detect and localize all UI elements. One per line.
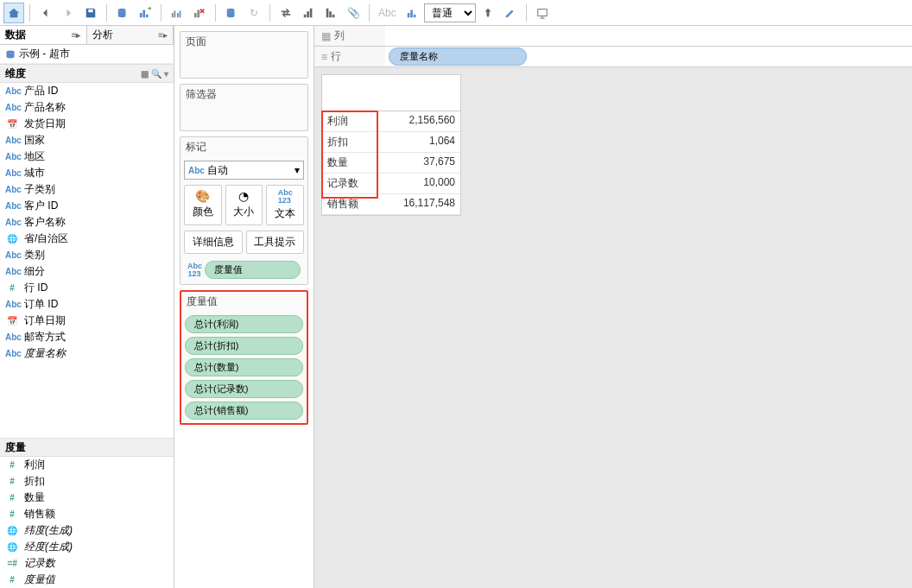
svg-rect-3 xyxy=(146,14,149,17)
measure-value-pill[interactable]: 总计(折扣) xyxy=(185,337,303,355)
pages-drop[interactable] xyxy=(180,52,307,78)
viz-key: 数量 xyxy=(322,153,376,173)
svg-rect-9 xyxy=(194,13,197,17)
mark-detail[interactable]: 详细信息 xyxy=(184,231,243,254)
measure-field[interactable]: #数量 xyxy=(0,490,174,506)
measure-value-pill[interactable]: 总计(销售额) xyxy=(185,401,303,420)
measure-field[interactable]: #折扣 xyxy=(0,473,174,490)
dimension-field[interactable]: 🌐省/自治区 xyxy=(0,231,174,247)
marks-card: 标记 Abc 自动 ▾ 🎨 颜色 ◔ 大小 xyxy=(180,136,308,285)
datasource-button[interactable] xyxy=(221,3,242,23)
sort-desc-icon xyxy=(325,7,337,19)
field-label: 折扣 xyxy=(24,474,45,489)
datasource-row[interactable]: 示例 - 超市 xyxy=(0,45,174,64)
sort-asc-icon xyxy=(302,7,314,19)
tab-menu-icon[interactable]: ≡▸ xyxy=(72,30,81,40)
save-button[interactable] xyxy=(80,3,101,23)
measure-value-pill[interactable]: 总计(利润) xyxy=(185,315,303,333)
side-tabs: 数据 ≡▸ 分析 ≡▸ xyxy=(0,26,174,45)
new-datasource-button[interactable] xyxy=(112,3,133,23)
dimension-field[interactable]: Abc城市 xyxy=(0,165,174,181)
marks-type-select[interactable]: Abc 自动 ▾ xyxy=(184,161,304,180)
field-label: 地区 xyxy=(24,149,45,164)
mark-text[interactable]: Abc 123 文本 xyxy=(266,185,304,225)
separator xyxy=(526,4,527,22)
calendar-icon: 📅 xyxy=(5,316,19,326)
right-area: 页面 筛选器 标记 Abc 自动 ▾ 🎨 颜色 xyxy=(174,26,912,588)
hash-icon: # xyxy=(5,509,19,519)
separator xyxy=(161,4,162,22)
measure-value-pill[interactable]: 总计(记录数) xyxy=(185,380,303,398)
field-label: 省/自治区 xyxy=(24,231,68,246)
field-label: 子类别 xyxy=(24,182,55,197)
highlight-button[interactable] xyxy=(500,3,521,23)
tab-data[interactable]: 数据 ≡▸ xyxy=(0,26,87,44)
text-shelf-icon: Abc 123 xyxy=(187,262,201,278)
measure-field[interactable]: =#记录数 xyxy=(0,555,174,572)
measure-field[interactable]: 🌐纬度(生成) xyxy=(0,522,174,539)
pin-button[interactable] xyxy=(478,3,498,23)
dimension-field[interactable]: Abc产品名称 xyxy=(0,99,174,116)
pages-card: 页面 xyxy=(180,31,308,79)
dimension-field[interactable]: Abc子类别 xyxy=(0,181,174,198)
marks-body: Abc 自动 ▾ 🎨 颜色 ◔ 大小 Abc 123 xyxy=(180,157,307,284)
rows-drop[interactable]: 度量名称 xyxy=(385,47,912,66)
tab-menu-icon[interactable]: ≡▸ xyxy=(158,30,168,40)
dimension-field[interactable]: Abc类别 xyxy=(0,247,174,263)
measure-values-pill[interactable]: 度量值 xyxy=(205,261,301,279)
dimension-field[interactable]: 📅发货日期 xyxy=(0,116,174,132)
duplicate-sheet-button[interactable] xyxy=(167,3,187,23)
dimension-field[interactable]: Abc邮寄方式 xyxy=(0,329,174,345)
dimension-field[interactable]: #行 ID xyxy=(0,280,174,296)
viz-row: 折扣1,064 xyxy=(322,132,460,153)
canvas: ▦ 列 ≡ 行 度量名称 利润2,156,560折扣1,064数量37,675记… xyxy=(314,26,912,588)
dimension-field[interactable]: Abc客户名称 xyxy=(0,214,174,231)
dimension-field[interactable]: 📅订单日期 xyxy=(0,313,174,329)
columns-drop[interactable] xyxy=(385,26,912,46)
viz-key: 折扣 xyxy=(322,132,376,152)
row-pill[interactable]: 度量名称 xyxy=(389,47,527,66)
header-label: 度量 xyxy=(5,440,26,455)
header-tools[interactable]: ▦ 🔍 ▾ xyxy=(141,69,168,79)
viz-row: 销售额16,117,548 xyxy=(322,194,460,215)
attachment-button[interactable]: 📎 xyxy=(343,3,364,23)
measure-field[interactable]: #度量值 xyxy=(0,572,174,588)
sort-desc-button[interactable] xyxy=(320,3,341,23)
svg-rect-2 xyxy=(142,9,145,17)
dimension-field[interactable]: Abc产品 ID xyxy=(0,83,174,99)
dimension-field[interactable]: Abc地区 xyxy=(0,149,174,165)
dimension-field[interactable]: Abc细分 xyxy=(0,263,174,280)
sort-asc-button[interactable] xyxy=(298,3,319,23)
dimension-field[interactable]: Abc客户 ID xyxy=(0,198,174,214)
view-mode-select[interactable]: 普通 xyxy=(424,3,476,22)
forward-button[interactable] xyxy=(58,3,79,23)
presentation-button[interactable] xyxy=(532,3,553,23)
swap-button[interactable] xyxy=(276,3,296,23)
dimension-field[interactable]: Abc度量名称 xyxy=(0,345,174,362)
abc-icon: Abc xyxy=(5,185,19,194)
measure-field[interactable]: #利润 xyxy=(0,457,174,473)
dimension-field[interactable]: Abc订单 ID xyxy=(0,296,174,313)
mark-size[interactable]: ◔ 大小 xyxy=(225,185,263,225)
refresh-button[interactable]: ↻ xyxy=(244,3,264,23)
separator xyxy=(369,4,370,22)
show-labels-button[interactable] xyxy=(402,3,422,23)
text-pill-row[interactable]: Abc 123 度量值 xyxy=(184,259,304,281)
tab-analysis[interactable]: 分析 ≡▸ xyxy=(87,26,174,44)
back-button[interactable] xyxy=(35,3,56,23)
dimension-field[interactable]: Abc国家 xyxy=(0,132,174,149)
measure-field[interactable]: 🌐经度(生成) xyxy=(0,539,174,555)
measure-values-card: 度量值 总计(利润)总计(折扣)总计(数量)总计(记录数)总计(销售额) xyxy=(181,292,307,423)
new-worksheet-button[interactable]: + xyxy=(135,3,155,23)
svg-rect-10 xyxy=(197,9,200,17)
filters-drop[interactable] xyxy=(180,104,307,130)
measure-field[interactable]: #销售额 xyxy=(0,506,174,522)
mark-tooltip[interactable]: 工具提示 xyxy=(246,231,305,254)
measure-value-pill[interactable]: 总计(数量) xyxy=(185,358,303,376)
mark-color[interactable]: 🎨 颜色 xyxy=(184,185,222,225)
clear-sheet-button[interactable] xyxy=(189,3,210,23)
dimensions-header: 维度 ▦ 🔍 ▾ xyxy=(0,64,174,83)
home-button[interactable] xyxy=(3,3,24,23)
dimensions-list: Abc产品 IDAbc产品名称📅发货日期Abc国家Abc地区Abc城市Abc子类… xyxy=(0,83,174,362)
abc-icon: Abc xyxy=(5,103,19,112)
